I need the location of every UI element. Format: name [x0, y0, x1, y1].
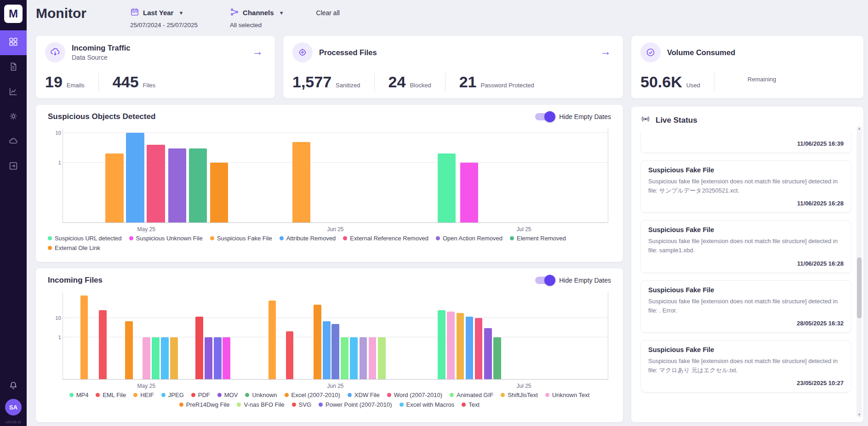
bar[interactable]: [350, 337, 358, 379]
arrow-right-icon[interactable]: →: [600, 46, 611, 57]
sidebar-item-integrations[interactable]: [0, 154, 27, 179]
legend-item[interactable]: XDW File: [348, 392, 380, 398]
bar[interactable]: [438, 310, 445, 379]
bar[interactable]: [331, 324, 339, 379]
bar[interactable]: [341, 337, 348, 379]
legend-item[interactable]: JPEG: [161, 392, 184, 398]
legend-item[interactable]: External Ole Link: [48, 244, 100, 251]
legend-item[interactable]: MP4: [69, 392, 89, 398]
bar[interactable]: [484, 328, 492, 379]
sidebar-item-reports[interactable]: [0, 55, 27, 80]
bar[interactable]: [286, 331, 294, 379]
legend-item[interactable]: Suspicious Fake File: [210, 235, 272, 242]
legend-item[interactable]: SVG: [292, 401, 311, 408]
gear-icon: [8, 111, 18, 123]
legend-item[interactable]: PreR14Dwg File: [179, 401, 230, 408]
legend-item[interactable]: V-nas BFO File: [237, 401, 284, 408]
bar[interactable]: [369, 337, 377, 379]
legend-item[interactable]: Power Point (2007-2010): [319, 401, 392, 408]
y-axis-tick: 1: [50, 335, 61, 340]
scrollbar-thumb[interactable]: [857, 257, 862, 318]
legend-item[interactable]: Word (2007-2010): [387, 392, 442, 398]
bar[interactable]: [457, 313, 464, 379]
legend-item[interactable]: Animated GIF: [450, 392, 493, 398]
bar[interactable]: [268, 301, 276, 379]
card-title: Processed Files: [319, 48, 377, 57]
bar[interactable]: [152, 337, 160, 379]
remaining-label: Remaining: [748, 73, 776, 83]
bar[interactable]: [195, 317, 203, 379]
legend-item[interactable]: PDF: [191, 392, 210, 398]
channels-dropdown[interactable]: Channels ▼: [230, 7, 284, 18]
bar[interactable]: [360, 337, 367, 379]
channels-icon: [230, 7, 239, 18]
app-logo[interactable]: M: [4, 5, 23, 23]
legend-item[interactable]: Open Action Removed: [436, 235, 503, 242]
chart-title: Incoming Files: [48, 276, 103, 285]
legend-item[interactable]: External Reference Removed: [343, 235, 428, 242]
bar[interactable]: [214, 337, 222, 379]
hide-empty-dates-toggle[interactable]: [535, 113, 554, 120]
live-item-title: Suspicious Fake File: [648, 226, 844, 233]
notifications-bell-icon[interactable]: [8, 381, 18, 392]
bar[interactable]: [205, 337, 212, 379]
bar[interactable]: [168, 148, 186, 222]
bar[interactable]: [438, 153, 456, 222]
legend-item[interactable]: ShiftJisText: [501, 392, 538, 398]
document-icon: [8, 62, 18, 74]
bar[interactable]: [143, 337, 150, 379]
legend-item[interactable]: HEIF: [133, 392, 154, 398]
bar[interactable]: [161, 337, 169, 379]
bar[interactable]: [170, 337, 178, 379]
sidebar-item-settings[interactable]: [0, 105, 27, 130]
sidebar-item-dashboard[interactable]: [0, 30, 27, 55]
clear-all-button[interactable]: Clear all: [316, 6, 340, 17]
stat-value: 24: [388, 73, 406, 91]
live-item-title: Suspicious Fake File: [648, 346, 844, 353]
bar[interactable]: [292, 142, 310, 222]
bar[interactable]: [126, 133, 144, 222]
sidebar-item-analytics[interactable]: [0, 80, 27, 105]
bar[interactable]: [189, 148, 207, 222]
legend-item[interactable]: Suspicious Unknown File: [129, 235, 203, 242]
arrow-right-icon[interactable]: →: [252, 46, 263, 57]
legend-item[interactable]: MOV: [217, 392, 238, 398]
bar[interactable]: [223, 337, 230, 379]
bar[interactable]: [210, 163, 228, 222]
bar[interactable]: [460, 163, 478, 222]
legend-item[interactable]: Unknown: [245, 392, 277, 398]
legend-item[interactable]: Element Removed: [510, 235, 566, 242]
legend-item[interactable]: Text: [462, 401, 480, 408]
legend-dot: [96, 393, 100, 397]
legend-label: Excel (2007-2010): [291, 392, 340, 398]
scroll-down-arrow[interactable]: ▼: [857, 412, 862, 418]
bar[interactable]: [493, 337, 501, 379]
legend-item[interactable]: Suspicious URL detected: [48, 235, 122, 242]
date-range-dropdown[interactable]: Last Year ▼: [130, 7, 198, 18]
bar[interactable]: [80, 295, 88, 379]
scroll-up-arrow[interactable]: ▲: [857, 126, 862, 131]
bar[interactable]: [447, 312, 455, 379]
hide-empty-dates-toggle[interactable]: [535, 277, 554, 284]
legend-label: Animated GIF: [457, 392, 493, 398]
bar[interactable]: [323, 321, 331, 379]
legend-item[interactable]: EML File: [96, 392, 126, 398]
bar[interactable]: [147, 145, 165, 222]
bar[interactable]: [125, 321, 133, 379]
user-avatar[interactable]: SA: [5, 399, 22, 415]
legend-item[interactable]: Unknown Text: [545, 392, 589, 398]
bar[interactable]: [99, 310, 107, 379]
sidebar-item-cloud[interactable]: [0, 130, 27, 154]
bar[interactable]: [475, 318, 483, 379]
bar[interactable]: [378, 337, 386, 379]
gridline: [63, 318, 608, 318]
legend-item[interactable]: Excel with Macros: [400, 401, 455, 408]
incoming-files-plot: 110May 25Jun 25Jul 25: [63, 292, 608, 380]
legend-item[interactable]: Excel (2007-2010): [285, 392, 340, 398]
bar[interactable]: [466, 317, 474, 379]
bar[interactable]: [314, 305, 321, 379]
legend-dot: [510, 236, 514, 240]
legend-item[interactable]: Attribute Removed: [280, 235, 336, 242]
bar[interactable]: [105, 153, 123, 222]
live-item-description: Suspicious fake file [extension does not…: [648, 237, 844, 255]
